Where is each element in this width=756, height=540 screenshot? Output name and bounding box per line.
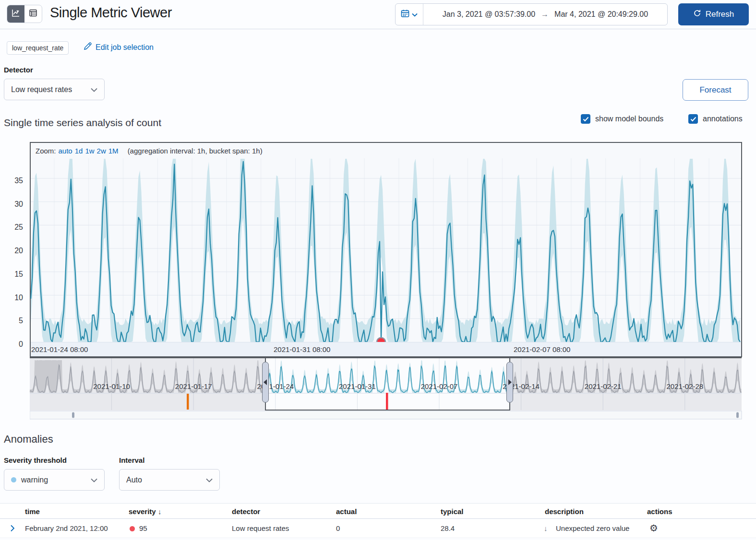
warning-severity-dot	[11, 477, 16, 482]
chevron-down-icon	[91, 85, 97, 94]
y-axis-tick-label: 20	[4, 247, 23, 255]
show-model-bounds-checkbox[interactable]	[581, 114, 590, 124]
navigator-scrollbar-handle-left[interactable]	[72, 412, 74, 418]
zoom-option-2w[interactable]: 2w	[97, 147, 106, 155]
main-chart-svg[interactable]	[31, 158, 741, 342]
y-axis-tick-label: 0	[4, 340, 23, 349]
time-range-display: Jan 3, 2021 @ 03:57:39.00 → Mar 4, 2021 …	[423, 4, 667, 25]
checkmark-icon	[583, 117, 589, 122]
chevron-down-icon	[206, 476, 213, 484]
show-model-bounds-checkbox-group: show model bounds	[581, 114, 663, 124]
chart-zoom-toolbar: Zoom: auto 1d 1w 2w 1M (aggregation inte…	[31, 143, 741, 158]
refresh-icon	[693, 9, 701, 20]
x-axis-tick-label: 2021-01-24 08:00	[31, 345, 88, 353]
chart-view-toggle-button[interactable]	[7, 5, 24, 23]
page-title: Single Metric Viewer	[50, 5, 172, 21]
pencil-icon	[84, 42, 92, 52]
column-header-detector[interactable]: detector	[232, 507, 260, 516]
navigator-tick-label: 2021-02-07	[421, 382, 458, 390]
table-view-toggle-button[interactable]	[24, 5, 42, 23]
cell-detector: Low request rates	[232, 524, 289, 532]
range-arrow-icon: →	[541, 10, 549, 19]
y-axis-tick-label: 10	[4, 293, 23, 302]
y-axis-tick-label: 30	[4, 200, 23, 209]
column-header-time[interactable]: time	[25, 507, 40, 516]
navigator-chart-svg[interactable]: 2021-01-102021-01-172021-01-242021-01-31…	[30, 357, 742, 420]
time-range-picker: Jan 3, 2021 @ 03:57:39.00 → Mar 4, 2021 …	[395, 3, 668, 25]
navigator-tick-label: 2021-02-28	[666, 382, 703, 390]
cell-time: February 2nd 2021, 12:00	[25, 524, 108, 532]
cell-actual: 0	[336, 524, 340, 532]
severity-threshold-label: Severity threshold	[4, 456, 67, 464]
column-header-actual[interactable]: actual	[336, 507, 357, 516]
zoom-option-auto[interactable]: auto	[59, 147, 72, 155]
y-axis-tick-label: 35	[4, 176, 23, 185]
edit-job-selection-link[interactable]: Edit job selection	[84, 42, 154, 52]
refresh-button[interactable]: Refresh	[678, 3, 749, 25]
navigator-tick-label: 2021-02-21	[585, 382, 622, 390]
y-axis-tick-label: 25	[4, 223, 23, 232]
anomalies-table-header: time severity ↓ detector actual typical …	[0, 503, 756, 519]
start-date[interactable]: Jan 3, 2021 @ 03:57:39.00	[443, 10, 535, 19]
column-header-description[interactable]: description	[545, 507, 584, 516]
navigator-tick-label: 2021-01-10	[93, 382, 130, 390]
header-divider	[0, 29, 756, 29]
y-axis-tick-label: 5	[4, 317, 23, 325]
line-chart-icon	[11, 8, 21, 20]
column-header-typical[interactable]: typical	[441, 507, 464, 516]
interval-select[interactable]: Auto	[119, 469, 220, 491]
forecast-button[interactable]: Forecast	[683, 79, 748, 101]
x-axis-tick-label: 2021-02-07 08:00	[514, 345, 570, 353]
zoom-option-1M[interactable]: 1M	[108, 147, 119, 155]
aggregation-note: (aggregation interval: 1h, bucket span: …	[128, 147, 263, 155]
row-actions-gear-icon[interactable]: ⚙	[649, 523, 658, 533]
end-date[interactable]: Mar 4, 2021 @ 20:49:29.00	[554, 10, 648, 19]
navigator-tick-label: 2021-01-31	[339, 382, 376, 390]
anomaly-table-row: February 2nd 2021, 12:00 95 Low request …	[0, 519, 756, 538]
interval-value: Auto	[126, 476, 142, 484]
view-toggle-group	[7, 5, 42, 23]
detector-label: Detector	[4, 66, 33, 74]
y-axis-tick-label: 15	[4, 270, 23, 279]
checkmark-icon	[690, 117, 696, 122]
edit-job-selection-label: Edit job selection	[96, 43, 154, 52]
chevron-down-icon	[91, 476, 97, 484]
y-axis: 05101520253035	[4, 142, 23, 357]
cell-description: Unexpected zero value	[556, 524, 629, 532]
cell-typical: 28.4	[441, 524, 455, 532]
zoom-option-1d[interactable]: 1d	[75, 147, 83, 155]
column-header-actions[interactable]: actions	[647, 507, 672, 516]
job-badge[interactable]: low_request_rate	[7, 41, 69, 55]
detector-value: Low request rates	[11, 85, 72, 94]
annotations-checkbox[interactable]	[688, 114, 698, 124]
show-model-bounds-label: show model bounds	[595, 115, 663, 123]
critical-severity-dot	[130, 526, 135, 531]
table-icon	[28, 8, 38, 20]
date-picker-menu-button[interactable]	[396, 4, 423, 25]
interval-label: Interval	[119, 456, 144, 464]
x-axis-tick-label: 2021-01-31 08:00	[274, 345, 330, 353]
single-metric-viewer-app: Single Metric Viewer Jan 3, 2021 @ 03:57…	[0, 0, 756, 540]
series-analysis-title: Single time series analysis of count	[4, 117, 161, 129]
severity-threshold-select[interactable]: warning	[4, 469, 105, 491]
anomalies-title: Anomalies	[4, 433, 53, 446]
detector-select[interactable]: Low request rates	[4, 79, 105, 100]
zoom-label: Zoom:	[36, 147, 56, 155]
column-header-severity[interactable]: severity ↓	[129, 507, 161, 516]
refresh-label: Refresh	[706, 10, 734, 19]
sort-descending-icon: ↓	[158, 507, 162, 516]
annotations-checkbox-group: annotations	[688, 114, 743, 124]
swimlane-anomaly-mark-warning[interactable]	[187, 394, 189, 410]
expand-row-chevron-icon[interactable]	[9, 524, 16, 534]
severity-threshold-value: warning	[21, 476, 48, 484]
time-series-chart-panel: Zoom: auto 1d 1w 2w 1M (aggregation inte…	[30, 142, 742, 357]
swimlane-anomaly-mark-critical[interactable]	[386, 393, 388, 410]
annotations-label: annotations	[703, 115, 743, 123]
navigator-tick-label: 2021-01-17	[175, 382, 212, 390]
navigator-scrollbar-handle-right[interactable]	[736, 412, 739, 418]
description-down-arrow-icon: ↓	[544, 524, 548, 532]
x-axis-strip: 2021-01-24 08:002021-01-31 08:002021-02-…	[31, 342, 741, 356]
chevron-down-icon	[412, 10, 418, 19]
zoom-option-1w[interactable]: 1w	[85, 147, 94, 155]
cell-severity: 95	[139, 524, 147, 532]
